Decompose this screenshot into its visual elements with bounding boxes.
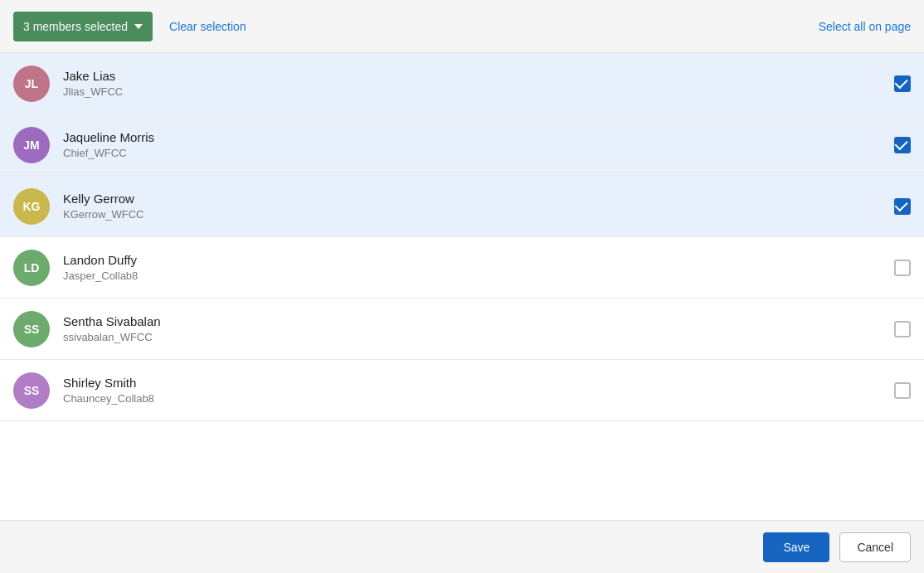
- list-item[interactable]: SSSentha Sivabalanssivabalan_WFCC: [0, 299, 924, 360]
- cancel-button[interactable]: Cancel: [839, 532, 911, 562]
- checkbox-container: [894, 198, 911, 215]
- clear-selection-button[interactable]: Clear selection: [169, 20, 246, 33]
- member-checkbox[interactable]: [894, 260, 911, 276]
- member-name: Shirley Smith: [63, 376, 894, 390]
- save-button[interactable]: Save: [763, 532, 829, 562]
- avatar: LD: [13, 250, 50, 286]
- member-username: Jlias_WFCC: [63, 85, 894, 98]
- member-checkbox[interactable]: [894, 198, 911, 215]
- member-info: Jaqueline MorrisChief_WFCC: [63, 130, 894, 159]
- member-info: Shirley SmithChauncey_Collab8: [63, 376, 894, 405]
- list-item[interactable]: SSShirley SmithChauncey_Collab8: [0, 360, 924, 421]
- avatar: SS: [13, 372, 50, 409]
- member-info: Jake LiasJlias_WFCC: [63, 69, 894, 98]
- member-info: Kelly GerrowKGerrow_WFCC: [63, 192, 894, 221]
- avatar: JL: [13, 66, 50, 102]
- chevron-down-icon: [134, 24, 143, 29]
- member-name: Kelly Gerrow: [63, 192, 894, 206]
- selected-badge-button[interactable]: 3 members selected: [13, 12, 153, 41]
- header-bar: 3 members selected Clear selection Selec…: [0, 0, 924, 53]
- member-checkbox[interactable]: [894, 137, 911, 153]
- member-checkbox[interactable]: [894, 75, 911, 92]
- checkbox-container: [894, 321, 911, 337]
- avatar: SS: [13, 311, 50, 347]
- list-item[interactable]: KGKelly GerrowKGerrow_WFCC: [0, 176, 924, 237]
- list-item[interactable]: LDLandon DuffyJasper_Collab8: [0, 237, 924, 299]
- member-username: ssivabalan_WFCC: [63, 331, 894, 343]
- footer: Save Cancel: [0, 520, 924, 573]
- checkbox-container: [894, 382, 911, 399]
- member-info: Landon DuffyJasper_Collab8: [63, 253, 894, 282]
- member-name: Sentha Sivabalan: [63, 314, 894, 328]
- member-username: Chief_WFCC: [63, 147, 894, 159]
- list-item[interactable]: JLJake LiasJlias_WFCC: [0, 53, 924, 114]
- checkbox-container: [894, 260, 911, 276]
- member-username: Jasper_Collab8: [63, 270, 894, 282]
- member-info: Sentha Sivabalanssivabalan_WFCC: [63, 314, 894, 343]
- avatar: KG: [13, 188, 50, 225]
- checkbox-container: [894, 137, 911, 153]
- member-username: Chauncey_Collab8: [63, 392, 894, 405]
- avatar: JM: [13, 127, 50, 163]
- checkbox-container: [894, 75, 911, 92]
- member-name: Landon Duffy: [63, 253, 894, 267]
- select-all-page-button[interactable]: Select all on page: [819, 20, 911, 33]
- list-item[interactable]: JMJaqueline MorrisChief_WFCC: [0, 114, 924, 176]
- main-container: 3 members selected Clear selection Selec…: [0, 0, 924, 573]
- member-list: JLJake LiasJlias_WFCCJMJaqueline MorrisC…: [0, 53, 924, 520]
- member-checkbox[interactable]: [894, 321, 911, 337]
- member-name: Jake Lias: [63, 69, 894, 83]
- member-username: KGerrow_WFCC: [63, 208, 894, 221]
- selected-count-label: 3 members selected: [23, 20, 128, 33]
- member-checkbox[interactable]: [894, 382, 911, 399]
- member-name: Jaqueline Morris: [63, 130, 894, 144]
